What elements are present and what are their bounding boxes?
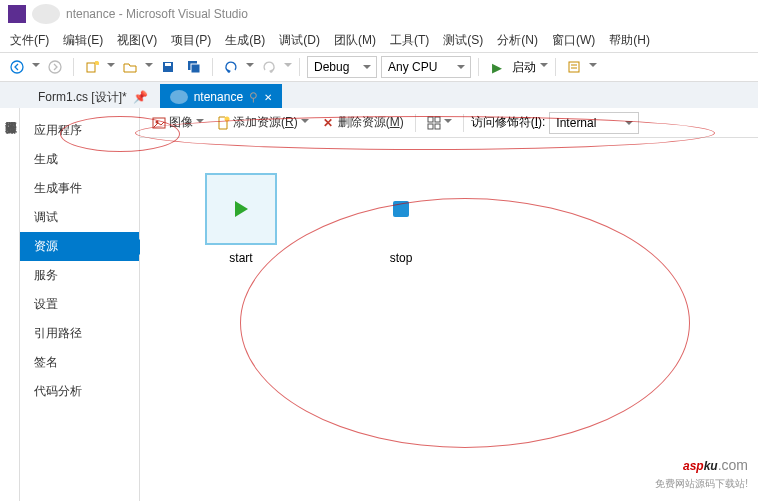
menu-analyze[interactable]: 分析(N) bbox=[491, 30, 544, 51]
close-icon[interactable]: ✕ bbox=[264, 92, 272, 103]
access-modifier-label: 访问修饰符(I): bbox=[471, 114, 546, 131]
wm-sub: 免费网站源码下载站! bbox=[655, 477, 748, 491]
undo-button[interactable] bbox=[220, 56, 242, 78]
platform-value: Any CPU bbox=[388, 60, 437, 74]
tab-label: Form1.cs [设计]* bbox=[38, 89, 127, 106]
platform-combo[interactable]: Any CPU bbox=[381, 56, 471, 78]
menu-view[interactable]: 视图(V) bbox=[111, 30, 163, 51]
stop-icon bbox=[393, 201, 409, 217]
resource-thumb bbox=[205, 173, 277, 245]
resources-toolbar: 图像 添加资源(R) ✕ 删除资源(M) 访问修饰符(I): Internal bbox=[140, 108, 758, 138]
resource-name: stop bbox=[365, 251, 437, 265]
annotation-oval bbox=[240, 198, 690, 448]
pin-icon[interactable]: ⚲ bbox=[249, 90, 258, 104]
nav-fwd-button[interactable] bbox=[44, 56, 66, 78]
nav-resources[interactable]: 资源 bbox=[20, 232, 139, 261]
undo-dropdown-icon[interactable] bbox=[246, 63, 254, 71]
menu-debug[interactable]: 调试(D) bbox=[273, 30, 326, 51]
svg-point-3 bbox=[95, 61, 99, 65]
toolbar-sep bbox=[299, 58, 300, 76]
chevron-down-icon bbox=[196, 119, 204, 127]
resource-thumb bbox=[365, 173, 437, 245]
main-toolbar: Debug Any CPU ▶ 启动 bbox=[0, 52, 758, 82]
svg-rect-14 bbox=[428, 124, 433, 129]
resource-item-stop[interactable]: stop bbox=[365, 173, 437, 265]
wm-asp: asp bbox=[683, 459, 704, 473]
nav-code-analysis[interactable]: 代码分析 bbox=[20, 377, 139, 406]
pin-icon[interactable]: 📌 bbox=[133, 90, 148, 104]
nav-build[interactable]: 生成 bbox=[20, 145, 139, 174]
config-combo[interactable]: Debug bbox=[307, 56, 377, 78]
menu-project[interactable]: 项目(P) bbox=[165, 30, 217, 51]
wm-com: .com bbox=[718, 457, 748, 473]
start-dropdown-icon[interactable] bbox=[540, 63, 548, 71]
blur-blob bbox=[32, 4, 60, 24]
blur-blob bbox=[170, 90, 188, 104]
add-resource-label: 添加资源(R) bbox=[233, 114, 298, 131]
nav-build-events[interactable]: 生成事件 bbox=[20, 174, 139, 203]
menu-build[interactable]: 生成(B) bbox=[219, 30, 271, 51]
extra-dropdown-icon[interactable] bbox=[589, 63, 597, 71]
redo-button[interactable] bbox=[258, 56, 280, 78]
save-all-button[interactable] bbox=[183, 56, 205, 78]
image-type-icon bbox=[152, 116, 166, 130]
menu-file[interactable]: 文件(F) bbox=[4, 30, 55, 51]
nav-back-dropdown-icon[interactable] bbox=[32, 63, 40, 71]
access-modifier-value: Internal bbox=[556, 116, 596, 130]
add-resource-button[interactable]: 添加资源(R) bbox=[212, 112, 313, 133]
remove-resource-label: 删除资源(M) bbox=[338, 114, 404, 131]
nav-reference-paths[interactable]: 引用路径 bbox=[20, 319, 139, 348]
open-button[interactable] bbox=[119, 56, 141, 78]
nav-debug[interactable]: 调试 bbox=[20, 203, 139, 232]
svg-point-11 bbox=[225, 116, 230, 121]
wm-ku: ku bbox=[704, 459, 718, 473]
tab-project-resources[interactable]: ntenance ⚲ ✕ bbox=[160, 84, 282, 108]
menu-help[interactable]: 帮助(H) bbox=[603, 30, 656, 51]
access-modifier-combo[interactable]: Internal bbox=[549, 112, 639, 134]
new-item-button[interactable] bbox=[81, 56, 103, 78]
resource-type-label: 图像 bbox=[169, 114, 193, 131]
start-label[interactable]: 启动 bbox=[512, 59, 536, 76]
document-tabs: Form1.cs [设计]* 📌 ntenance ⚲ ✕ bbox=[0, 82, 758, 108]
nav-application[interactable]: 应用程序 bbox=[20, 116, 139, 145]
window-title: ntenance - Microsoft Visual Studio bbox=[66, 7, 248, 21]
svg-rect-12 bbox=[428, 117, 433, 122]
menu-window[interactable]: 窗口(W) bbox=[546, 30, 601, 51]
start-debug-button[interactable]: ▶ bbox=[486, 56, 508, 78]
collapsed-toolwindows[interactable]: 服务器资源管理器 数据源 bbox=[0, 108, 20, 501]
nav-back-button[interactable] bbox=[6, 56, 28, 78]
resource-item-start[interactable]: start bbox=[205, 173, 277, 265]
vs-logo-icon bbox=[8, 5, 26, 23]
menu-team[interactable]: 团队(M) bbox=[328, 30, 382, 51]
menu-tools[interactable]: 工具(T) bbox=[384, 30, 435, 51]
config-value: Debug bbox=[314, 60, 349, 74]
nav-settings[interactable]: 设置 bbox=[20, 290, 139, 319]
redo-dropdown-icon[interactable] bbox=[284, 63, 292, 71]
play-icon bbox=[235, 201, 248, 217]
open-dropdown-icon[interactable] bbox=[145, 63, 153, 71]
svg-rect-5 bbox=[165, 63, 171, 66]
toolbar-sep bbox=[463, 114, 464, 132]
toolbar-sep bbox=[478, 58, 479, 76]
save-button[interactable] bbox=[157, 56, 179, 78]
menu-edit[interactable]: 编辑(E) bbox=[57, 30, 109, 51]
svg-rect-8 bbox=[569, 62, 579, 72]
svg-rect-13 bbox=[435, 117, 440, 122]
extra-button[interactable] bbox=[563, 56, 585, 78]
view-button[interactable] bbox=[423, 114, 456, 132]
toolbar-sep bbox=[212, 58, 213, 76]
title-bar: ntenance - Microsoft Visual Studio bbox=[0, 0, 758, 28]
remove-resource-button[interactable]: ✕ 删除资源(M) bbox=[317, 112, 408, 133]
resource-name: start bbox=[205, 251, 277, 265]
menu-test[interactable]: 测试(S) bbox=[437, 30, 489, 51]
tab-form-designer[interactable]: Form1.cs [设计]* 📌 bbox=[28, 84, 158, 108]
new-item-dropdown-icon[interactable] bbox=[107, 63, 115, 71]
nav-services[interactable]: 服务 bbox=[20, 261, 139, 290]
resource-type-button[interactable]: 图像 bbox=[148, 112, 208, 133]
toolbar-sep bbox=[73, 58, 74, 76]
svg-rect-7 bbox=[191, 64, 200, 73]
toolbar-sep bbox=[555, 58, 556, 76]
toolbar-sep bbox=[415, 114, 416, 132]
menu-bar: 文件(F) 编辑(E) 视图(V) 项目(P) 生成(B) 调试(D) 团队(M… bbox=[0, 28, 758, 52]
nav-signing[interactable]: 签名 bbox=[20, 348, 139, 377]
